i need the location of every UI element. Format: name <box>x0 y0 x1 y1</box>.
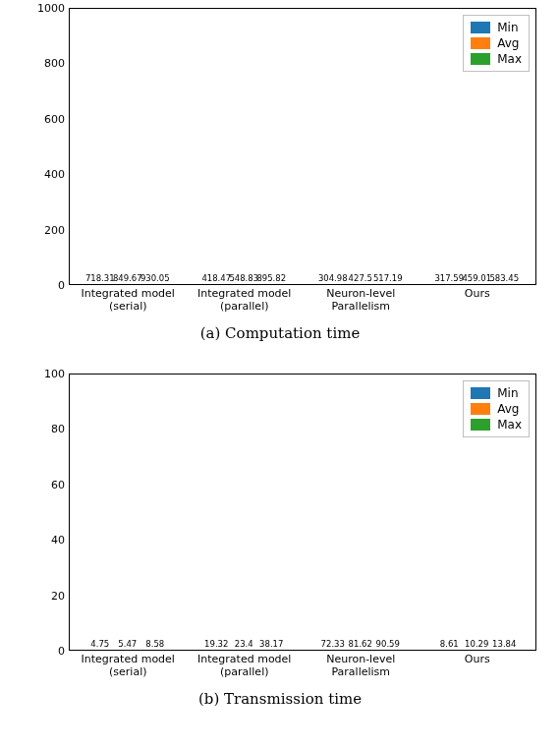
bar-value: 81.62 <box>349 639 372 649</box>
bar-value: 10.29 <box>465 639 488 649</box>
legend-swatch-min <box>471 387 490 399</box>
x-category-line: Parallelism <box>331 665 390 678</box>
legend-label: Min <box>497 385 518 401</box>
x-category-line: Neuron-level <box>326 287 395 300</box>
ytick: 200 <box>26 223 65 236</box>
x-category-line: (serial) <box>109 300 146 313</box>
chart-b-plot: Min Avg Max 4.75 5.47 8.58 Integrated mo… <box>69 374 536 651</box>
ytick: 20 <box>26 589 65 602</box>
chart-a-plot-wrap: Time Consumption (ms) 0 200 400 600 800 … <box>69 8 536 285</box>
x-category: Integrated model (serial) <box>71 284 185 313</box>
bar-value: 718.31 <box>85 273 115 283</box>
bar-value: 5.47 <box>118 639 137 649</box>
bar-value: 849.67 <box>113 273 142 283</box>
x-category-line: Ours <box>465 653 490 665</box>
ytick: 400 <box>26 168 65 181</box>
x-category-line: Ours <box>465 287 490 300</box>
bar-value: 459.01 <box>462 273 491 283</box>
legend-row: Max <box>471 417 522 432</box>
ytick: 40 <box>26 534 65 547</box>
x-category-line: (serial) <box>109 665 146 678</box>
legend-row: Avg <box>471 35 522 51</box>
spacer <box>10 352 550 374</box>
x-category: Integrated model (parallel) <box>188 650 302 678</box>
x-category-line: Integrated model <box>82 287 175 300</box>
bar-value: 4.75 <box>90 639 109 649</box>
bar-value: 8.61 <box>440 639 459 649</box>
chart-a-plot: Min Avg Max 718.31 849.67 930.05 Integra… <box>69 8 536 285</box>
bar-value: 72.33 <box>321 639 345 649</box>
legend-swatch-min <box>471 22 490 33</box>
chart-a-block: Time Consumption (ms) 0 200 400 600 800 … <box>10 8 550 342</box>
x-category-line: Neuron-level <box>326 653 395 665</box>
x-category-line: Integrated model <box>197 653 291 665</box>
legend-label: Min <box>497 20 518 35</box>
legend-label: Max <box>497 417 522 432</box>
legend-row: Max <box>471 51 522 67</box>
x-category: Ours <box>420 650 534 666</box>
bar-value: 38.17 <box>259 639 283 649</box>
legend-swatch-max <box>471 53 490 65</box>
bar-value: 23.4 <box>235 639 253 649</box>
x-category: Integrated model (parallel) <box>188 284 302 313</box>
chart-b-caption: (b) Transmission time <box>10 690 550 708</box>
x-category: Neuron-level Parallelism <box>304 650 418 678</box>
x-category-line: (parallel) <box>220 300 269 313</box>
legend-label: Avg <box>497 401 519 417</box>
chart-a-caption: (a) Computation time <box>10 324 550 342</box>
ytick: 1000 <box>26 2 65 15</box>
bar-value: 13.84 <box>492 639 516 649</box>
legend-swatch-avg <box>471 403 490 415</box>
ytick: 0 <box>26 279 65 292</box>
x-category: Neuron-level Parallelism <box>304 284 418 313</box>
ytick: 100 <box>26 368 65 380</box>
page: Time Consumption (ms) 0 200 400 600 800 … <box>0 0 560 749</box>
x-category: Ours <box>420 284 534 301</box>
legend-swatch-max <box>471 419 490 431</box>
legend-label: Avg <box>497 35 519 51</box>
chart-a-legend: Min Avg Max <box>463 15 530 72</box>
ytick: 800 <box>26 57 65 70</box>
x-category-line: (parallel) <box>220 665 269 678</box>
ytick: 80 <box>26 423 65 435</box>
bar-value: 418.47 <box>201 273 231 283</box>
legend-row: Avg <box>471 401 522 417</box>
chart-b-block: Time Consumption (ms) 0 20 40 60 80 100 … <box>10 374 550 708</box>
bar-value: 317.59 <box>434 273 464 283</box>
bar-value: 90.59 <box>376 639 400 649</box>
x-category-line: Parallelism <box>331 300 390 313</box>
legend-row: Min <box>471 20 522 35</box>
chart-b-plot-wrap: Time Consumption (ms) 0 20 40 60 80 100 … <box>69 374 536 651</box>
bar-value: 517.19 <box>373 273 403 283</box>
chart-b-legend: Min Avg Max <box>463 380 530 437</box>
bar-value: 930.05 <box>140 273 170 283</box>
bar-value: 895.82 <box>256 273 286 283</box>
legend-row: Min <box>471 385 522 401</box>
x-category: Integrated model (serial) <box>71 650 185 678</box>
ytick: 600 <box>26 112 65 125</box>
x-category-line: Integrated model <box>82 653 175 665</box>
bar-value: 427.5 <box>349 273 372 283</box>
legend-swatch-avg <box>471 37 490 49</box>
bar-value: 583.45 <box>489 273 519 283</box>
ytick: 0 <box>26 645 65 658</box>
bar-value: 304.98 <box>318 273 348 283</box>
bar-value: 8.58 <box>145 639 164 649</box>
legend-label: Max <box>497 51 522 67</box>
bar-value: 19.32 <box>204 639 228 649</box>
x-category-line: Integrated model <box>197 287 291 300</box>
ytick: 60 <box>26 478 65 490</box>
bar-value: 548.83 <box>229 273 258 283</box>
